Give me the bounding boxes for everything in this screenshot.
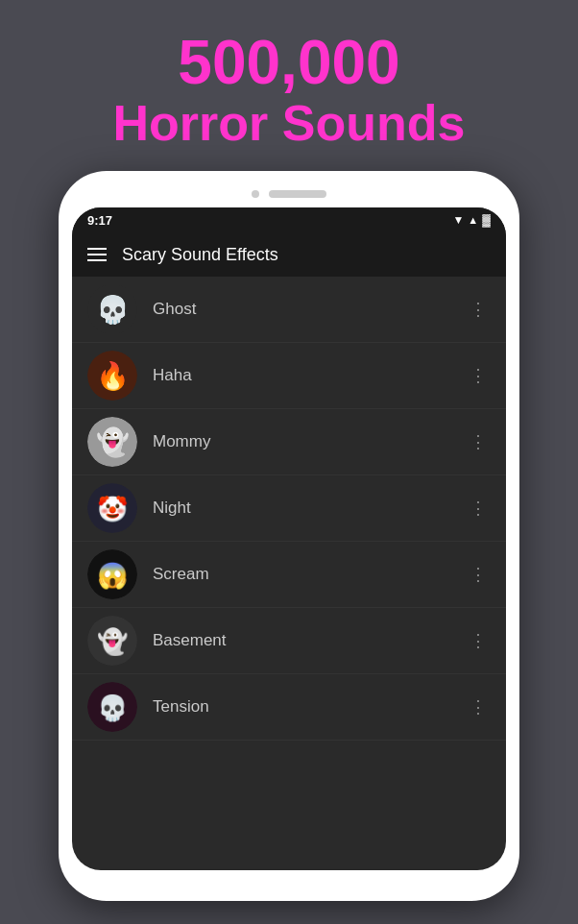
sound-item[interactable]: 😱 Scream⋮ <box>72 542 506 608</box>
sound-name-mommy: Mommy <box>153 432 450 451</box>
phone-container: 9:17 ▼ ▲ ▓ Scary Sound Effects 💀 Ghost⋮ … <box>59 171 519 901</box>
wifi-icon: ▼ <box>452 213 464 227</box>
phone-speaker <box>269 190 326 198</box>
sound-name-scream: Scream <box>153 565 450 584</box>
avatar-mommy: 👻 <box>87 417 137 467</box>
phone-screen: 9:17 ▼ ▲ ▓ Scary Sound Effects 💀 Ghost⋮ … <box>72 207 506 870</box>
signal-icon: ▲ <box>468 214 478 226</box>
sound-item[interactable]: 👻 Basement⋮ <box>72 608 506 674</box>
header-number: 500,000 <box>113 29 466 96</box>
more-button-basement[interactable]: ⋮ <box>466 626 491 655</box>
phone-notch <box>72 184 506 207</box>
status-time: 9:17 <box>87 213 112 228</box>
avatar-night: 🤡 <box>87 483 137 533</box>
sound-name-ghost: Ghost <box>153 300 450 319</box>
battery-icon: ▓ <box>482 213 491 227</box>
more-button-haha[interactable]: ⋮ <box>466 361 491 390</box>
sound-item[interactable]: 🤡 Night⋮ <box>72 475 506 542</box>
avatar-tension: 💀 <box>87 682 137 732</box>
header-subtitle: Horror Sounds <box>113 96 466 151</box>
avatar-basement: 👻 <box>87 616 137 666</box>
svg-text:👻: 👻 <box>97 626 129 657</box>
status-bar: 9:17 ▼ ▲ ▓ <box>72 207 506 233</box>
sound-name-night: Night <box>153 498 450 518</box>
hamburger-button[interactable] <box>87 248 107 261</box>
svg-text:🔥: 🔥 <box>96 360 130 392</box>
avatar-scream: 😱 <box>87 549 137 599</box>
avatar-haha: 🔥 <box>87 351 137 401</box>
app-title: Scary Sound Effects <box>122 245 278 265</box>
sound-item[interactable]: 💀 Ghost⋮ <box>72 277 506 343</box>
svg-text:🤡: 🤡 <box>97 494 129 524</box>
more-button-mommy[interactable]: ⋮ <box>466 427 491 456</box>
sound-name-tension: Tension <box>153 697 450 717</box>
svg-text:💀: 💀 <box>96 294 130 326</box>
sound-list: 💀 Ghost⋮ 🔥 Haha⋮ 👻 Mommy⋮ 🤡 Night⋮ 😱 Scr… <box>72 277 506 741</box>
svg-text:💀: 💀 <box>97 693 129 723</box>
more-button-ghost[interactable]: ⋮ <box>466 295 491 324</box>
camera-dot <box>252 190 259 198</box>
svg-text:👻: 👻 <box>96 426 130 458</box>
header-section: 500,000 Horror Sounds <box>113 0 466 171</box>
more-button-tension[interactable]: ⋮ <box>466 693 491 721</box>
sound-item[interactable]: 👻 Mommy⋮ <box>72 409 506 475</box>
sound-item[interactable]: 💀 Tension⋮ <box>72 674 506 741</box>
sound-name-haha: Haha <box>153 366 450 385</box>
svg-text:😱: 😱 <box>97 560 129 591</box>
more-button-scream[interactable]: ⋮ <box>466 560 491 589</box>
sound-name-basement: Basement <box>153 631 450 650</box>
avatar-ghost: 💀 <box>87 284 137 334</box>
status-icons: ▼ ▲ ▓ <box>452 213 491 227</box>
more-button-night[interactable]: ⋮ <box>466 494 491 523</box>
app-toolbar: Scary Sound Effects <box>72 233 506 277</box>
sound-item[interactable]: 🔥 Haha⋮ <box>72 343 506 409</box>
